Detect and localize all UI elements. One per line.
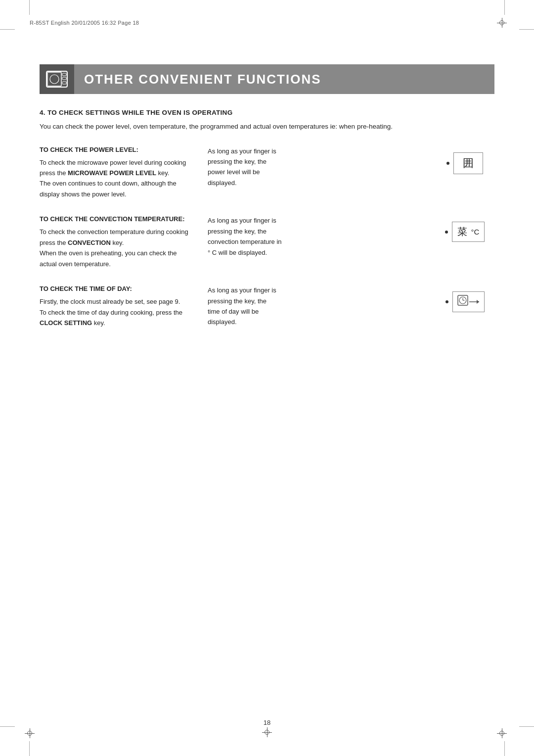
registration-mark-bottom-center xyxy=(262,727,272,737)
page-number: 18 xyxy=(264,719,270,726)
page-container: R-85ST English 20/01/2005 16:32 Page 18 … xyxy=(0,0,534,756)
power-level-section: TO CHECK THE POWER LEVEL: To check the m… xyxy=(40,146,494,200)
trim-mark xyxy=(504,741,505,756)
registration-mark xyxy=(497,18,507,28)
convection-key-display: 菜 °C xyxy=(435,215,494,242)
clock-key xyxy=(452,291,485,312)
time-left: TO CHECK THE TIME OF DAY: Firstly, the c… xyxy=(40,285,208,328)
section4-title: 4. TO CHECK SETTINGS WHILE THE OVEN IS O… xyxy=(40,109,494,116)
power-level-body: To check the microwave power level durin… xyxy=(40,157,198,200)
section-header-icon xyxy=(40,64,74,94)
power-level-subtitle: TO CHECK THE POWER LEVEL: xyxy=(40,146,198,153)
power-level-key-row: 囲 xyxy=(446,152,483,174)
convection-left: TO CHECK THE CONVECTION TEMPERATURE: To … xyxy=(40,215,208,269)
key-dot-time xyxy=(445,300,448,303)
trim-mark xyxy=(0,29,15,30)
power-level-middle-text: As long as your finger is pressing the k… xyxy=(208,146,425,189)
main-content: OTHER CONVENIENT FUNCTIONS 4. TO CHECK S… xyxy=(40,64,494,344)
convection-key: 菜 °C xyxy=(452,222,485,242)
svg-rect-3 xyxy=(62,77,66,80)
trim-mark xyxy=(519,29,534,30)
power-level-key-display: 囲 xyxy=(435,146,494,174)
time-key-display xyxy=(435,285,494,312)
clock-key-svg xyxy=(457,295,480,309)
time-of-day-section: TO CHECK THE TIME OF DAY: Firstly, the c… xyxy=(40,285,494,328)
svg-rect-4 xyxy=(62,82,66,84)
microwave-icon xyxy=(46,70,68,88)
convection-body: To check the convection temperature duri… xyxy=(40,227,198,269)
key-dot-conv xyxy=(445,231,448,234)
meta-line: R-85ST English 20/01/2005 16:32 Page 18 xyxy=(30,20,139,26)
section-header-banner: OTHER CONVENIENT FUNCTIONS xyxy=(40,64,494,94)
section-header-title: OTHER CONVENIENT FUNCTIONS xyxy=(74,72,321,87)
time-middle: As long as your finger is pressing the k… xyxy=(208,285,435,328)
power-level-left: TO CHECK THE POWER LEVEL: To check the m… xyxy=(40,146,208,200)
svg-point-5 xyxy=(50,75,59,84)
time-body: Firstly, the clock must already be set, … xyxy=(40,296,198,328)
power-level-key: 囲 xyxy=(453,152,483,174)
power-level-middle: As long as your finger is pressing the k… xyxy=(208,146,435,189)
trim-mark xyxy=(29,741,30,756)
time-subtitle: TO CHECK THE TIME OF DAY: xyxy=(40,285,198,292)
convection-temp-section: TO CHECK THE CONVECTION TEMPERATURE: To … xyxy=(40,215,494,269)
time-middle-text: As long as your finger is pressing the k… xyxy=(208,285,425,328)
registration-mark xyxy=(25,728,35,738)
svg-rect-1 xyxy=(47,72,61,86)
key-dot xyxy=(446,162,449,165)
trim-mark xyxy=(519,726,534,727)
convection-subtitle: TO CHECK THE CONVECTION TEMPERATURE: xyxy=(40,215,198,223)
convection-middle-text: As long as your finger is pressing the k… xyxy=(208,215,425,258)
convection-key-row: 菜 °C xyxy=(445,222,485,242)
trim-mark xyxy=(29,0,30,15)
svg-rect-2 xyxy=(62,73,66,76)
trim-mark xyxy=(504,0,505,15)
section4-description: You can check the power level, oven temp… xyxy=(40,121,494,132)
registration-mark xyxy=(497,728,507,738)
convection-middle: As long as your finger is pressing the k… xyxy=(208,215,435,258)
svg-rect-0 xyxy=(46,71,67,87)
time-key-row xyxy=(445,291,485,312)
svg-marker-11 xyxy=(477,300,479,304)
trim-mark xyxy=(0,726,15,727)
